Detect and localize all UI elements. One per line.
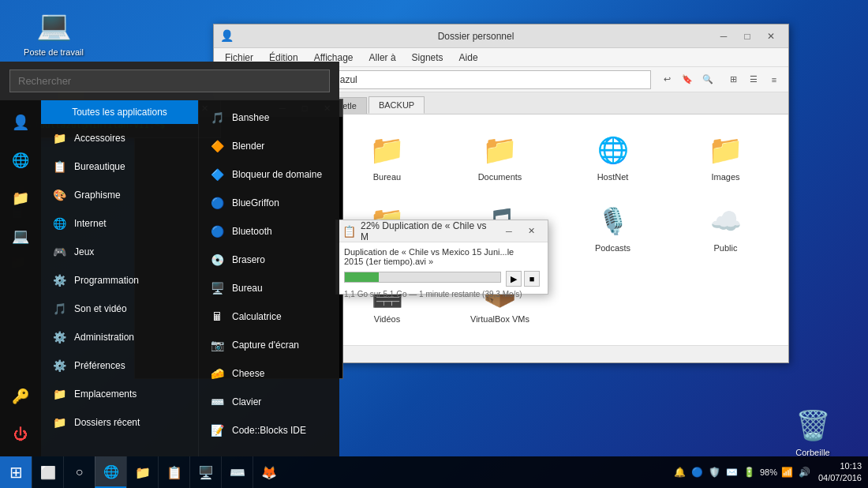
app-bureautique[interactable]: 📋 Bureautique: [41, 152, 198, 181]
tray-bluetooth[interactable]: 🔵: [690, 465, 705, 479]
poste-travail-label: Poste de travail: [24, 47, 84, 57]
app-bluegriffon[interactable]: 🔵 BlueGriffon: [199, 189, 339, 217]
app-codeblocks[interactable]: 📝 Code::Blocks IDE: [199, 416, 339, 445]
taskbar-btn-terminal[interactable]: 🖥️: [189, 456, 221, 488]
app-accessoires[interactable]: 📁 Accessoires: [41, 124, 198, 152]
bookmark-button[interactable]: 🔖: [678, 70, 697, 89]
view-tree-button[interactable]: ≡: [765, 70, 784, 89]
taskbar-btn-firefox[interactable]: 🦊: [253, 456, 284, 488]
taskbar-btn-explorer[interactable]: 📁: [126, 456, 158, 488]
start-sidebar: 👤 🌐 📁 💻 🔑 ⏻: [0, 100, 41, 456]
app-brasero[interactable]: 💿 Brasero: [199, 246, 339, 274]
app-bloqueur[interactable]: 🔷 Bloqueur de domaine: [199, 160, 339, 189]
taskbar-btn-cortana[interactable]: ○: [63, 456, 95, 488]
start-button[interactable]: ⊞: [0, 456, 32, 488]
taskbar-btn-keyboard[interactable]: ⌨️: [221, 456, 253, 488]
view-list-button[interactable]: ☰: [744, 70, 763, 89]
app-banshee[interactable]: 🎵 Banshee: [199, 103, 339, 132]
tray-wifi[interactable]: 📶: [780, 465, 795, 479]
documents-name: Documents: [478, 172, 522, 182]
app-preferences[interactable]: ⚙️ Préférences: [41, 351, 198, 380]
app-bluetooth[interactable]: 🔵 Bluetooth: [199, 217, 339, 246]
taskbar-btn-store[interactable]: 📋: [158, 456, 189, 488]
minimize-button[interactable]: ─: [713, 28, 735, 45]
app-dossiers-recent[interactable]: 📁 Dossiers récent: [41, 408, 198, 437]
app-son-video[interactable]: 🎵 Son et vidéo: [41, 295, 198, 323]
folder-documents[interactable]: 📁 Documents: [447, 124, 553, 189]
progress-status: 1,1 Go sur 5,1 Go — 1 minute restante (3…: [344, 290, 540, 298]
sidebar-power-icon[interactable]: ⏻: [5, 419, 36, 450]
sidebar-user-icon[interactable]: 👤: [5, 107, 36, 138]
taskbar-btn-task-view[interactable]: ⬜: [32, 456, 63, 488]
taskbar-btn-edge[interactable]: 🌐: [95, 456, 126, 488]
app-blender[interactable]: 🔶 Blender: [199, 132, 339, 160]
tray-volume[interactable]: 🔊: [798, 465, 812, 479]
app-graphisme[interactable]: 🎨 Graphisme: [41, 181, 198, 209]
menu-aide[interactable]: Aide: [453, 51, 485, 65]
pause-button[interactable]: ▶: [506, 271, 522, 287]
folder-public[interactable]: ☁️ Public: [672, 195, 779, 260]
close-button[interactable]: ✕: [760, 28, 782, 45]
stop-button[interactable]: ■: [524, 271, 540, 287]
programmation-label: Programmation: [74, 275, 139, 286]
accessoires-icon: 📁: [51, 130, 68, 147]
jeux-icon: 🎮: [51, 243, 68, 261]
reload-button[interactable]: ↩: [657, 70, 676, 89]
desktop-icon-corbeille[interactable]: 🗑️ Corbeille: [781, 407, 844, 457]
graphisme-label: Graphisme: [74, 190, 121, 201]
view-grid-button[interactable]: ⊞: [724, 70, 743, 89]
programmation-icon: ⚙️: [51, 272, 68, 289]
sidebar-key-icon[interactable]: 🔑: [5, 381, 36, 412]
blender-label: Blender: [232, 141, 264, 152]
start-search-input[interactable]: [9, 69, 330, 92]
preferences-label: Préférences: [74, 360, 125, 371]
dossiers-recent-label: Dossiers récent: [74, 417, 140, 428]
progress-minimize[interactable]: ─: [499, 223, 519, 239]
bureau-name: Bureau: [373, 172, 401, 182]
app-bureau[interactable]: 🖥️ Bureau: [199, 274, 339, 302]
sidebar-folder-icon[interactable]: 📁: [5, 182, 36, 214]
app-emplacements[interactable]: 📁 Emplacements: [41, 380, 198, 408]
desktop-icon-poste-travail[interactable]: 💻 Poste de travail: [22, 6, 85, 57]
folder-hostnet[interactable]: 🌐 HostNet: [559, 124, 666, 189]
sidebar-computer-icon[interactable]: 💻: [5, 220, 36, 252]
sidebar-web-icon[interactable]: 🌐: [5, 145, 36, 176]
progress-titlebar[interactable]: 📋 22% Duplication de « Chile vs M ─ ✕: [336, 220, 548, 242]
taskbar-tray: 🔔 🔵 🛡️ ✉️ 🔋 98% 📶 🔊: [667, 465, 818, 479]
menu-signets[interactable]: Signets: [406, 51, 450, 65]
capture-icon: 📷: [208, 336, 226, 354]
emplacements-label: Emplacements: [74, 389, 137, 400]
app-cheese[interactable]: 🧀 Cheese: [199, 359, 339, 388]
app-capture[interactable]: 📷 Capture d'écran: [199, 331, 339, 359]
app-administration[interactable]: ⚙️ Administration: [41, 323, 198, 351]
folder-bureau[interactable]: 📁 Bureau: [334, 124, 440, 189]
son-video-icon: 🎵: [51, 300, 68, 317]
app-jeux[interactable]: 🎮 Jeux: [41, 238, 198, 266]
start-content: 👤 🌐 📁 💻 🔑 ⏻ Toutes les applications 📁 Ac…: [0, 100, 339, 456]
progress-dialog: 📋 22% Duplication de « Chile vs M ─ ✕ Du…: [335, 220, 548, 295]
tray-email[interactable]: ✉️: [725, 465, 739, 479]
menu-aller-a[interactable]: Aller à: [363, 51, 402, 65]
virtualbox-name: VirtualBox VMs: [470, 314, 529, 324]
maximize-button[interactable]: □: [736, 28, 758, 45]
graphisme-icon: 🎨: [51, 186, 68, 204]
app-internet[interactable]: 🌐 Internet: [41, 209, 198, 238]
tray-shield[interactable]: 🛡️: [708, 465, 722, 479]
bloqueur-label: Bloqueur de domaine: [232, 169, 322, 180]
app-clavier[interactable]: ⌨️ Clavier: [199, 388, 339, 416]
taskbar-datetime[interactable]: 10:13 04/07/2016: [818, 460, 868, 485]
file-manager-titlebar[interactable]: 👤 Dossier personnel ─ □ ✕: [214, 24, 788, 48]
clavier-icon: ⌨️: [208, 393, 226, 411]
folder-images[interactable]: 📁 Images: [672, 124, 779, 189]
clavier-label: Clavier: [232, 396, 261, 407]
tab-backup[interactable]: BACKUP: [369, 96, 425, 114]
all-apps-button[interactable]: Toutes les applications: [41, 100, 198, 124]
tray-battery[interactable]: 🔋: [743, 465, 757, 479]
app-calculatrice[interactable]: 🖩 Calculatrice: [199, 302, 339, 331]
app-programmation[interactable]: ⚙️ Programmation: [41, 266, 198, 295]
images-icon: 📁: [707, 131, 745, 169]
tray-notifications[interactable]: 🔔: [673, 465, 687, 479]
folder-podcasts[interactable]: 🎙️ Podcasts: [559, 195, 666, 260]
progress-close[interactable]: ✕: [521, 223, 541, 239]
search-button[interactable]: 🔍: [698, 70, 717, 89]
